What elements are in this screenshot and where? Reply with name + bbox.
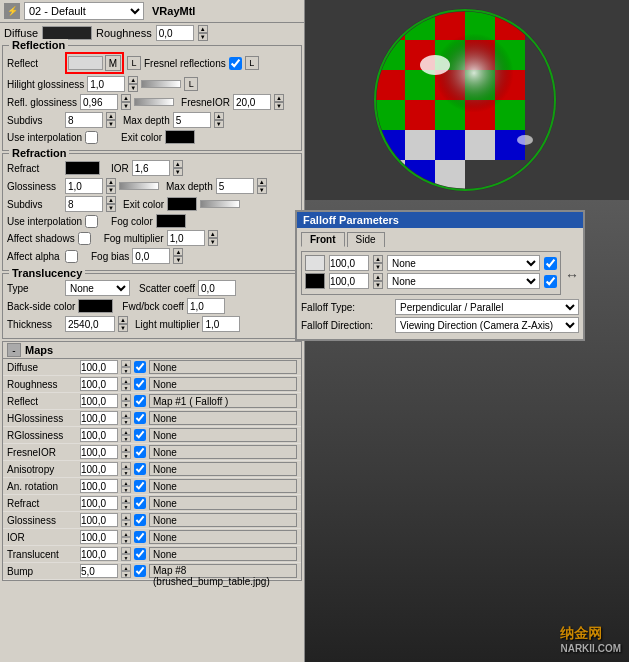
map-button-8[interactable]: None — [149, 496, 297, 510]
refract-gloss-slider[interactable] — [119, 182, 159, 190]
map-spin-5[interactable]: ▲ ▼ — [121, 445, 131, 459]
affect-alpha-checkbox[interactable] — [65, 250, 78, 263]
hilight-l[interactable]: L — [184, 77, 198, 91]
use-interp-checkbox[interactable] — [85, 131, 98, 144]
fresnel-l-button[interactable]: L — [245, 56, 259, 70]
map-check-6[interactable] — [134, 463, 146, 475]
fresnel-checkbox[interactable] — [229, 57, 242, 70]
map-check-0[interactable] — [134, 361, 146, 373]
exit-color-swatch[interactable] — [165, 130, 195, 144]
map-value-4[interactable] — [80, 428, 118, 442]
hilight-slider[interactable] — [141, 80, 181, 88]
map-button-10[interactable]: None — [149, 530, 297, 544]
tab-front[interactable]: Front — [301, 232, 345, 247]
map-check-3[interactable] — [134, 412, 146, 424]
map-spin-11[interactable]: ▲ ▼ — [121, 547, 131, 561]
map-value-5[interactable] — [80, 445, 118, 459]
scatter-input[interactable] — [198, 280, 236, 296]
fog-mult-input[interactable] — [167, 230, 205, 246]
roughness-up[interactable]: ▲ — [198, 25, 208, 33]
roughness-spinner[interactable]: ▲ ▼ — [198, 25, 208, 41]
map-button-2[interactable]: Map #1 ( Falloff ) — [149, 394, 297, 408]
thickness-input[interactable] — [65, 316, 115, 332]
map-check-8[interactable] — [134, 497, 146, 509]
falloff-check-2[interactable] — [544, 275, 557, 288]
fresnel-ior-input[interactable] — [233, 94, 271, 110]
map-value-7[interactable] — [80, 479, 118, 493]
map-value-8[interactable] — [80, 496, 118, 510]
refract-maxdepth-input[interactable] — [216, 178, 254, 194]
diffuse-swatch[interactable] — [42, 26, 92, 40]
map-button-9[interactable]: None — [149, 513, 297, 527]
map-value-6[interactable] — [80, 462, 118, 476]
hilight-input[interactable] — [87, 76, 125, 92]
refract-exit-slider[interactable] — [200, 200, 240, 208]
map-value-10[interactable] — [80, 530, 118, 544]
map-value-9[interactable] — [80, 513, 118, 527]
back-side-swatch[interactable] — [78, 299, 113, 313]
map-spin-3[interactable]: ▲ ▼ — [121, 411, 131, 425]
falloff-swatch-1[interactable] — [305, 255, 325, 271]
reflect-swatch[interactable] — [68, 56, 103, 70]
map-spin-0[interactable]: ▲ ▼ — [121, 360, 131, 374]
map-check-7[interactable] — [134, 480, 146, 492]
map-check-9[interactable] — [134, 514, 146, 526]
map-button-3[interactable]: None — [149, 411, 297, 425]
map-spin-8[interactable]: ▲ ▼ — [121, 496, 131, 510]
map-button-5[interactable]: None — [149, 445, 297, 459]
map-value-0[interactable] — [80, 360, 118, 374]
map-spin-2[interactable]: ▲ ▼ — [121, 394, 131, 408]
falloff-check-1[interactable] — [544, 257, 557, 270]
map-value-1[interactable] — [80, 377, 118, 391]
map-spin-4[interactable]: ▲ ▼ — [121, 428, 131, 442]
hilight-spinner[interactable]: ▲ ▼ — [128, 76, 138, 92]
refract-subdivs-input[interactable] — [65, 196, 103, 212]
refract-exit-swatch[interactable] — [167, 197, 197, 211]
falloff-map-1[interactable]: None — [387, 255, 540, 271]
subdivs-input[interactable] — [65, 112, 103, 128]
maps-toggle[interactable]: - — [7, 343, 21, 357]
fog-color-swatch[interactable] — [156, 214, 186, 228]
map-check-12[interactable] — [134, 565, 146, 577]
affect-shadows-checkbox[interactable] — [78, 232, 91, 245]
fwd-bck-input[interactable] — [187, 298, 225, 314]
map-button-1[interactable]: None — [149, 377, 297, 391]
map-check-5[interactable] — [134, 446, 146, 458]
map-value-3[interactable] — [80, 411, 118, 425]
map-check-1[interactable] — [134, 378, 146, 390]
falloff-value-1[interactable] — [329, 255, 369, 271]
map-button-6[interactable]: None — [149, 462, 297, 476]
falloff-type-select[interactable]: Perpendicular / Parallel — [395, 299, 579, 315]
preset-dropdown[interactable]: 02 - Default — [24, 2, 144, 20]
type-select[interactable]: None — [65, 280, 130, 296]
map-check-10[interactable] — [134, 531, 146, 543]
map-spin-7[interactable]: ▲ ▼ — [121, 479, 131, 493]
refl-gloss-input[interactable] — [80, 94, 118, 110]
map-spin-6[interactable]: ▲ ▼ — [121, 462, 131, 476]
map-value-11[interactable] — [80, 547, 118, 561]
falloff-direction-select[interactable]: Viewing Direction (Camera Z-Axis) — [395, 317, 579, 333]
ior-input[interactable] — [132, 160, 170, 176]
refract-swatch[interactable] — [65, 161, 100, 175]
tab-side[interactable]: Side — [347, 232, 385, 247]
map-spin-10[interactable]: ▲ ▼ — [121, 530, 131, 544]
roughness-down[interactable]: ▼ — [198, 33, 208, 41]
map-check-2[interactable] — [134, 395, 146, 407]
map-spin-9[interactable]: ▲ ▼ — [121, 513, 131, 527]
map-check-11[interactable] — [134, 548, 146, 560]
light-mult-input[interactable] — [202, 316, 240, 332]
falloff-map-2[interactable]: None — [387, 273, 540, 289]
max-depth-input[interactable] — [173, 112, 211, 128]
map-check-4[interactable] — [134, 429, 146, 441]
use-interp-refract-checkbox[interactable] — [85, 215, 98, 228]
map-value-12[interactable] — [80, 564, 118, 578]
map-button-0[interactable]: None — [149, 360, 297, 374]
reflect-m-button[interactable]: M — [105, 55, 121, 71]
refract-gloss-input[interactable] — [65, 178, 103, 194]
map-button-4[interactable]: None — [149, 428, 297, 442]
map-spin-1[interactable]: ▲ ▼ — [121, 377, 131, 391]
falloff-value-2[interactable] — [329, 273, 369, 289]
map-button-11[interactable]: None — [149, 547, 297, 561]
reflect-l-button[interactable]: L — [127, 56, 141, 70]
refl-gloss-slider[interactable] — [134, 98, 174, 106]
